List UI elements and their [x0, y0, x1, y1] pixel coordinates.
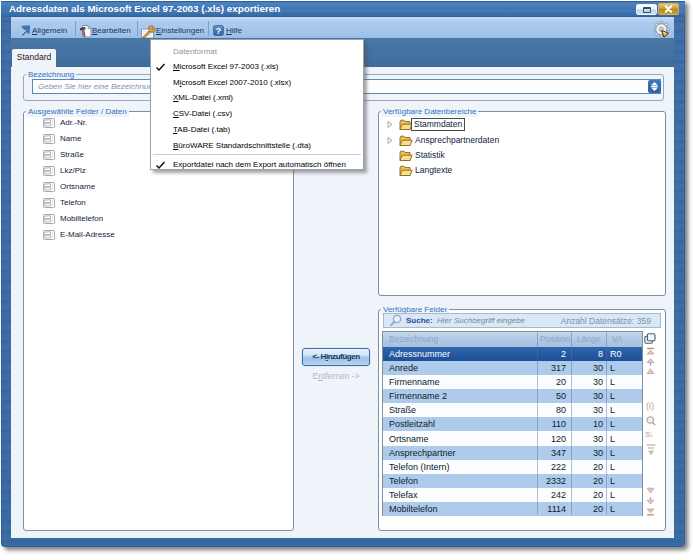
svg-text:?: ? [216, 26, 221, 36]
